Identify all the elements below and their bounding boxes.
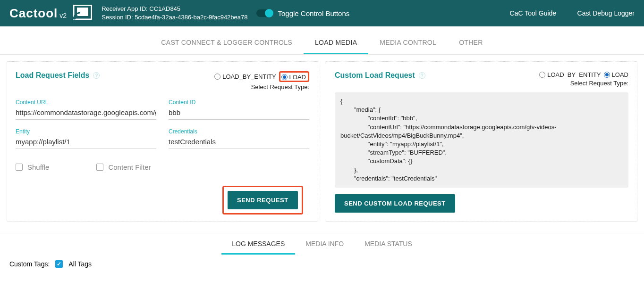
- left-request-type-group: LOAD_BY_ENTITY LOAD Select Request Type:: [214, 71, 309, 91]
- tab-media-control[interactable]: MEDIA CONTROL: [368, 30, 448, 54]
- main-tabs: CAST CONNECT & LOGGER CONTROLS LOAD MEDI…: [0, 30, 644, 55]
- panel-title-custom-text: Custom Load Request: [335, 71, 415, 80]
- request-type-caption: Select Request Type:: [214, 83, 309, 91]
- cast-icon[interactable]: [73, 5, 92, 22]
- entity-label: Entity: [16, 128, 156, 135]
- radio-load-by-entity[interactable]: LOAD_BY_ENTITY: [214, 73, 276, 80]
- shuffle-checkbox[interactable]: Shuffle: [16, 163, 49, 171]
- send-custom-request-button[interactable]: SEND CUSTOM LOAD REQUEST: [335, 194, 455, 213]
- help-icon[interactable]: ?: [93, 72, 100, 79]
- custom-tags-row: Custom Tags: ✓ All Tags: [8, 255, 636, 273]
- shuffle-label: Shuffle: [27, 163, 49, 171]
- content-id-label: Content ID: [169, 99, 309, 106]
- panel-title-load-fields: Load Request Fields ?: [16, 71, 100, 80]
- logo-group: Cactool v2: [9, 5, 92, 22]
- app-header: Cactool v2 Receiver App ID: CC1AD845 Ses…: [0, 0, 644, 26]
- app-logo-text: Cactool: [9, 6, 58, 21]
- svg-marker-1: [77, 8, 88, 16]
- radio-load-right-label: LOAD: [612, 71, 628, 78]
- tab-cast-connect[interactable]: CAST CONNECT & LOGGER CONTROLS: [150, 30, 304, 54]
- credentials-input[interactable]: [169, 136, 309, 149]
- credentials-label: Credentials: [169, 128, 309, 135]
- radio-load-by-entity-right-label: LOAD_BY_ENTITY: [547, 71, 601, 78]
- radio-load[interactable]: LOAD: [281, 74, 306, 81]
- all-tags-label: All Tags: [68, 260, 92, 268]
- custom-request-editor[interactable]: { "media": { "contentId": "bbb", "conten…: [335, 92, 628, 188]
- load-request-fields-panel: Load Request Fields ? LOAD_BY_ENTITY LOA…: [7, 61, 318, 222]
- svg-point-2: [74, 17, 76, 20]
- tab-media-info[interactable]: MEDIA INFO: [295, 233, 354, 255]
- receiver-id-label: Receiver App ID:: [102, 5, 148, 12]
- highlight-send-request: SEND REQUEST: [222, 186, 303, 214]
- tab-log-messages[interactable]: LOG MESSAGES: [221, 233, 295, 255]
- receiver-id-value: CC1AD845: [149, 5, 180, 12]
- log-tabs: LOG MESSAGES MEDIA INFO MEDIA STATUS: [8, 233, 636, 255]
- right-request-type-group: LOAD_BY_ENTITY LOAD Select Request Type:: [539, 71, 628, 87]
- send-request-button[interactable]: SEND REQUEST: [228, 191, 298, 209]
- radio-load-label: LOAD: [289, 74, 306, 81]
- content-filter-checkbox[interactable]: Content Filter: [96, 163, 151, 171]
- all-tags-checkbox[interactable]: ✓: [55, 260, 63, 268]
- content-filter-label: Content Filter: [108, 163, 151, 171]
- content-url-input[interactable]: [16, 107, 156, 120]
- session-info: Receiver App ID: CC1AD845 Session ID: 5c…: [102, 5, 247, 22]
- log-section: LOG MESSAGES MEDIA INFO MEDIA STATUS Cus…: [0, 233, 644, 281]
- tab-media-status[interactable]: MEDIA STATUS: [354, 233, 423, 255]
- tab-load-media[interactable]: LOAD MEDIA: [304, 30, 368, 54]
- session-id-value: 5cdae4fa-32aa-4386-ba2c-9fac942bea78: [135, 14, 247, 21]
- cac-tool-guide-link[interactable]: CaC Tool Guide: [510, 9, 557, 17]
- highlight-load-radio: LOAD: [279, 71, 309, 82]
- load-media-panels: Load Request Fields ? LOAD_BY_ENTITY LOA…: [0, 55, 644, 231]
- custom-tags-label: Custom Tags:: [9, 260, 50, 268]
- tab-other[interactable]: OTHER: [448, 30, 494, 54]
- help-icon[interactable]: ?: [419, 72, 425, 79]
- radio-load-right[interactable]: LOAD: [604, 71, 628, 78]
- content-id-input[interactable]: [169, 107, 309, 120]
- session-id-label: Session ID:: [102, 14, 133, 21]
- request-type-caption-right: Select Request Type:: [539, 80, 628, 87]
- content-url-label: Content URL: [16, 99, 156, 106]
- toggle-control-buttons[interactable]: Toggle Control Buttons: [256, 9, 350, 17]
- panel-title-text: Load Request Fields: [16, 71, 89, 80]
- entity-input[interactable]: [16, 136, 156, 149]
- app-version-text: v2: [59, 12, 67, 19]
- radio-load-by-entity-label: LOAD_BY_ENTITY: [222, 73, 276, 80]
- toggle-label: Toggle Control Buttons: [278, 9, 350, 17]
- toggle-switch[interactable]: [256, 9, 272, 17]
- custom-load-request-panel: Custom Load Request ? LOAD_BY_ENTITY LOA…: [326, 61, 637, 222]
- radio-load-by-entity-right[interactable]: LOAD_BY_ENTITY: [539, 71, 601, 78]
- cast-debug-logger-link[interactable]: Cast Debug Logger: [577, 9, 635, 17]
- panel-title-custom-load: Custom Load Request ?: [335, 71, 425, 80]
- header-nav: CaC Tool Guide Cast Debug Logger: [491, 9, 635, 17]
